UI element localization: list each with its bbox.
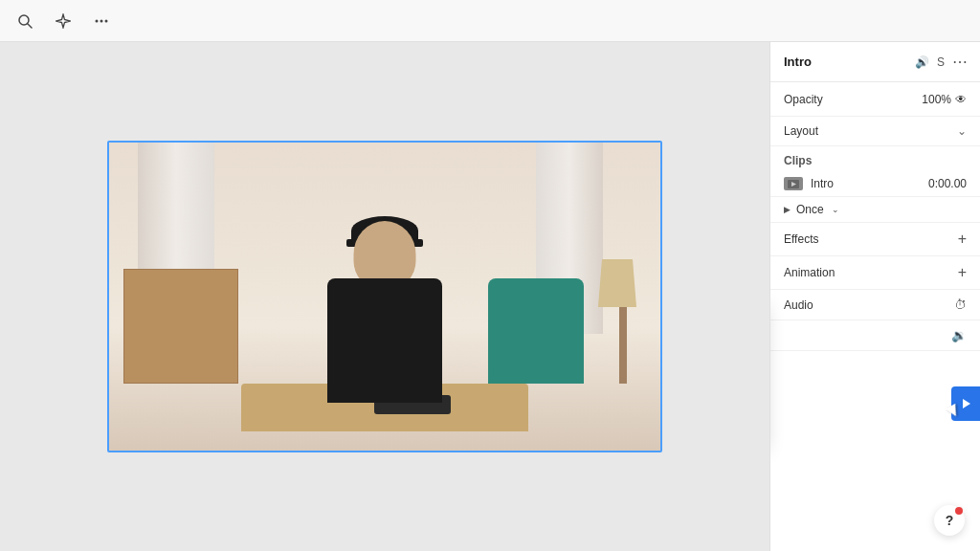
animation-row[interactable]: Animation +	[770, 256, 980, 290]
more-icon[interactable]	[88, 8, 115, 34]
once-dropdown-arrow: ⌄	[832, 205, 839, 214]
clips-section-title: Clips	[770, 146, 980, 171]
main-layout: Intro 🔊 S ⋯ Opacity 100% 👁 Layout ⌄ Clip…	[0, 42, 980, 551]
chevron-down-icon: ⌄	[957, 124, 967, 138]
audio-row[interactable]: Audio ⏱	[770, 290, 980, 320]
audio-clock-icon: ⏱	[954, 298, 967, 312]
layout-label: Layout	[784, 124, 818, 138]
search-icon[interactable]	[11, 8, 38, 34]
speaker-icon[interactable]: 🔊	[915, 55, 929, 69]
svg-point-2	[96, 19, 99, 22]
s-badge[interactable]: S	[937, 55, 945, 69]
clip-title: Intro	[784, 55, 812, 69]
help-notification-dot	[955, 507, 963, 515]
once-label: Once	[796, 203, 824, 216]
toolbar	[0, 0, 980, 42]
clip-info: Intro	[784, 177, 834, 190]
video-scene	[109, 143, 660, 451]
volume-icon: 🔉	[951, 328, 967, 342]
header-icons: 🔊 S ⋯	[915, 53, 967, 71]
svg-line-1	[28, 24, 32, 28]
svg-point-3	[100, 19, 103, 22]
clip-name: Intro	[811, 177, 834, 190]
eye-icon[interactable]: 👁	[955, 93, 967, 106]
clip-thumbnail-icon	[784, 177, 803, 190]
volume-row: 🔉	[770, 320, 980, 351]
effects-label: Effects	[784, 232, 818, 246]
audio-label: Audio	[784, 298, 813, 312]
right-panel: Intro 🔊 S ⋯ Opacity 100% 👁 Layout ⌄ Clip…	[769, 42, 980, 551]
panel-header: Intro 🔊 S ⋯	[770, 42, 980, 82]
help-label: ?	[946, 513, 954, 528]
effects-row[interactable]: Effects +	[770, 223, 980, 256]
animation-add-icon[interactable]: +	[958, 264, 967, 281]
more-dots-icon[interactable]: ⋯	[952, 53, 967, 71]
layout-row[interactable]: Layout ⌄	[770, 117, 980, 146]
animation-label: Animation	[784, 266, 835, 279]
opacity-value-group: 100% 👁	[922, 93, 967, 106]
play-triangle-icon: ▶	[784, 205, 791, 214]
help-button[interactable]: ?	[934, 505, 965, 536]
opacity-label: Opacity	[784, 93, 823, 106]
opacity-row: Opacity 100% 👁	[770, 82, 980, 117]
opacity-value[interactable]: 100%	[922, 93, 951, 106]
clip-item-row: Intro 0:00.00	[770, 171, 980, 197]
action-button[interactable]	[951, 386, 980, 421]
canvas-area[interactable]	[0, 42, 769, 551]
video-container	[107, 141, 662, 452]
effects-add-icon[interactable]: +	[958, 231, 967, 248]
svg-point-4	[105, 19, 108, 22]
sparkle-icon[interactable]	[50, 8, 77, 34]
once-row[interactable]: ▶ Once ⌄	[770, 197, 980, 223]
clip-time: 0:00.00	[928, 177, 967, 190]
